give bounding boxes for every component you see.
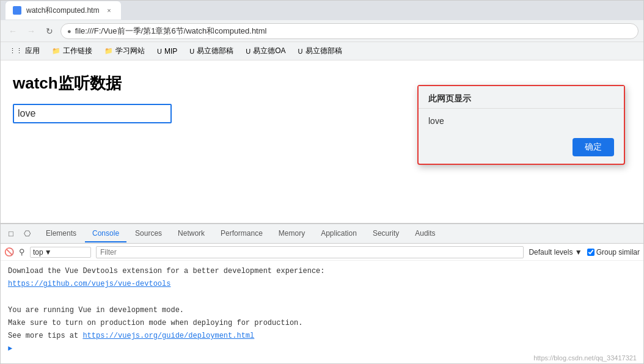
console-prompt-line[interactable]: ► — [8, 343, 636, 355]
tab-memory[interactable]: Memory — [271, 225, 312, 242]
console-line-3 — [8, 291, 636, 303]
u3-icon: U — [298, 48, 303, 55]
watermark: https://blog.csdn.net/qq_33417321 — [533, 354, 637, 362]
bookmark-u3[interactable]: U 易立德部稿 — [295, 45, 346, 57]
lock-icon: ● — [67, 27, 71, 35]
inspect-icon[interactable]: □ — [5, 228, 16, 239]
alert-message: love — [419, 109, 624, 133]
bookmark-work[interactable]: 📁 工作链接 — [48, 45, 96, 57]
u2-icon: U — [246, 48, 251, 55]
bookmark-u3-label: 易立德部稿 — [306, 46, 342, 56]
console-line-5: Make sure to turn on production mode whe… — [8, 318, 636, 329]
deployment-link[interactable]: https://vuejs.org/guide/deployment.html — [82, 332, 254, 340]
devtools-tabs: □ ⎔ Elements Console Sources Network Per… — [1, 224, 643, 244]
context-value: top — [33, 248, 43, 257]
bookmark-study[interactable]: 📁 学习网站 — [101, 45, 148, 57]
console-output: Download the Vue Devtools extension for … — [1, 261, 643, 363]
u1-icon: U — [189, 48, 194, 55]
folder-icon-study: 📁 — [104, 47, 113, 55]
clear-console-icon[interactable]: 🚫 — [4, 247, 14, 257]
url-text: file:///F:/Vue前一季/第1章第6节/watch和computed.… — [75, 26, 632, 37]
tab-application[interactable]: Application — [313, 225, 364, 242]
active-tab[interactable]: watch和computed.htm × — [5, 1, 121, 20]
tab-close-button[interactable]: × — [104, 5, 114, 15]
page-content: watch监听数据 此网页显示 love 确定 — [1, 60, 643, 223]
back-button[interactable]: ← — [5, 24, 20, 38]
default-levels-label: Default levels ▼ — [529, 248, 582, 257]
console-line-1: Download the Vue Devtools extension for … — [8, 266, 636, 277]
alert-dialog: 此网页显示 love 确定 — [417, 85, 625, 165]
context-selector[interactable]: top ▼ — [30, 247, 91, 258]
console-prompt-icon: ► — [8, 344, 12, 353]
tab-performance[interactable]: Performance — [213, 225, 270, 242]
console-line-6: See more tips at https://vuejs.org/guide… — [8, 330, 636, 342]
device-icon[interactable]: ⎔ — [21, 228, 32, 239]
forward-button[interactable]: → — [24, 24, 38, 38]
console-line-4: You are running Vue in development mode. — [8, 305, 636, 316]
devtools-icons: □ ⎔ — [5, 228, 32, 239]
alert-header: 此网页显示 — [419, 86, 624, 109]
filter-icon[interactable]: ⚲ — [19, 247, 25, 257]
group-similar-checkbox[interactable] — [587, 249, 595, 256]
apps-icon: ⋮⋮ — [9, 47, 23, 55]
devtools-console-toolbar: 🚫 ⚲ top ▼ Default levels ▼ Group similar — [1, 244, 643, 261]
tab-title: watch和computed.htm — [26, 5, 99, 16]
tab-bar: watch和computed.htm × — [1, 1, 643, 20]
alert-footer: 确定 — [419, 133, 624, 164]
console-filter-input[interactable] — [96, 246, 524, 258]
bookmark-u2-label: 易立德OA — [253, 46, 285, 56]
tab-audits[interactable]: Audits — [408, 225, 442, 242]
tab-elements[interactable]: Elements — [38, 225, 84, 242]
bookmark-work-label: 工作链接 — [63, 46, 92, 56]
browser-toolbar: ← → ↻ ● file:///F:/Vue前一季/第1章第6节/watch和c… — [1, 20, 643, 42]
group-similar-label: Group similar — [596, 248, 640, 257]
watch-input[interactable] — [13, 104, 172, 123]
bookmark-study-label: 学习网站 — [115, 46, 145, 56]
reload-button[interactable]: ↻ — [42, 24, 57, 38]
context-dropdown-icon: ▼ — [45, 248, 52, 257]
address-bar[interactable]: ● file:///F:/Vue前一季/第1章第6节/watch和compute… — [60, 23, 639, 39]
default-levels[interactable]: Default levels ▼ — [529, 248, 582, 257]
bookmark-mip-label: MIP — [164, 47, 177, 56]
tab-network[interactable]: Network — [170, 225, 212, 242]
bookmark-apps[interactable]: ⋮⋮ 应用 — [5, 45, 43, 57]
bookmark-u1-label: 易立德部稿 — [197, 46, 233, 56]
mip-icon: U — [157, 48, 162, 55]
group-similar-option[interactable]: Group similar — [587, 248, 640, 257]
bookmark-apps-label: 应用 — [25, 46, 40, 56]
tab-security[interactable]: Security — [365, 225, 406, 242]
folder-icon-work: 📁 — [52, 47, 60, 55]
devtools-panel: □ ⎔ Elements Console Sources Network Per… — [1, 223, 643, 363]
devtools-link[interactable]: https://github.com/vuejs/vue-devtools — [8, 280, 170, 288]
browser-window: watch和computed.htm × ← → ↻ ● file:///F:/… — [0, 0, 644, 364]
bookmarks-bar: ⋮⋮ 应用 📁 工作链接 📁 学习网站 U MIP U 易立德部稿 U 易立德O… — [1, 42, 643, 60]
bookmark-u2[interactable]: U 易立德OA — [242, 45, 289, 57]
bookmark-mip[interactable]: U MIP — [153, 46, 181, 57]
tab-sources[interactable]: Sources — [128, 225, 169, 242]
confirm-button[interactable]: 确定 — [573, 138, 614, 156]
bookmark-u1[interactable]: U 易立德部稿 — [186, 45, 237, 57]
console-line-2: https://github.com/vuejs/vue-devtools — [8, 278, 636, 290]
tab-favicon — [13, 6, 21, 15]
tab-console[interactable]: Console — [85, 225, 126, 242]
